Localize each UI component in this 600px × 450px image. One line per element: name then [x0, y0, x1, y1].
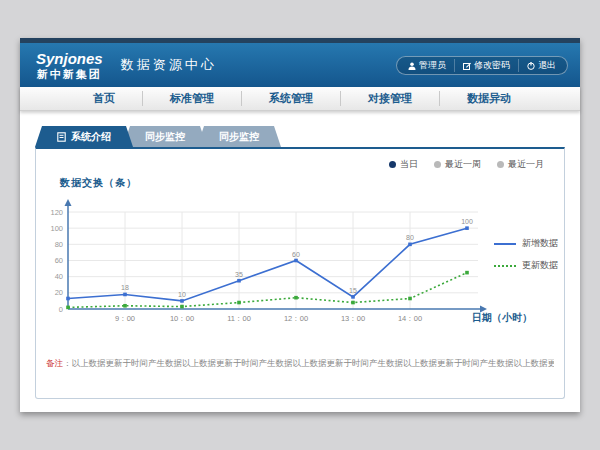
time-range-filter: 当日 最近一周 最近一月	[389, 158, 544, 171]
current-user-button[interactable]: 管理员	[400, 59, 454, 72]
filter-label: 最近一周	[445, 158, 481, 171]
footnote-label: 备注	[46, 358, 63, 368]
chart-x-axis-title: 日期（小时）	[472, 311, 532, 325]
logout-button[interactable]: 退出	[518, 59, 564, 72]
tab-label: 同步监控	[145, 130, 185, 144]
logout-icon	[527, 62, 535, 70]
dotted-line-icon	[494, 265, 516, 267]
solid-line-icon	[494, 243, 516, 245]
tab-label: 同步监控	[219, 130, 259, 144]
footnote: 备注：以上数据更新于时间产生数据以上数据更新于时间产生数据以上数据更新于时间产生…	[46, 358, 554, 370]
svg-text:11：00: 11：00	[227, 314, 251, 323]
user-menu-label: 管理员	[419, 59, 446, 72]
svg-text:100: 100	[461, 218, 473, 225]
tab-sync-monitor-2[interactable]: 同步监控	[197, 126, 281, 147]
chart-y-axis-title: 数据交换（条）	[60, 176, 137, 190]
filter-today[interactable]: 当日	[389, 158, 418, 171]
svg-text:80: 80	[55, 240, 63, 249]
logo-brand-text: Synjones	[36, 51, 103, 66]
svg-text:10: 10	[178, 291, 186, 298]
svg-text:100: 100	[50, 224, 63, 233]
legend-item-new-data[interactable]: 新增数据	[494, 237, 558, 250]
company-logo: Synjones 新中新集团	[36, 51, 103, 80]
svg-text:12：00: 12：00	[284, 314, 308, 323]
user-menu: 管理员 修改密码 退出	[396, 56, 568, 75]
radio-icon	[434, 161, 441, 168]
footnote-text: ：以上数据更新于时间产生数据以上数据更新于时间产生数据以上数据更新于时间产生数据…	[63, 358, 554, 368]
user-menu-label: 修改密码	[474, 59, 510, 72]
document-icon	[57, 132, 66, 142]
svg-text:9：00: 9：00	[115, 314, 135, 323]
radio-selected-icon	[389, 161, 396, 168]
svg-text:60: 60	[55, 256, 63, 265]
svg-text:20: 20	[55, 288, 63, 297]
data-exchange-line-chart: 0204060801001209：0010：0011：0012：0013：001…	[50, 197, 490, 329]
legend-label: 新增数据	[522, 237, 558, 250]
svg-text:13：00: 13：00	[341, 314, 365, 323]
svg-text:0: 0	[59, 305, 63, 314]
svg-text:14：00: 14：00	[398, 314, 422, 323]
svg-text:18: 18	[121, 284, 129, 291]
nav-item-home[interactable]: 首页	[66, 91, 142, 106]
svg-text:35: 35	[235, 271, 243, 278]
main-navigation: 首页 标准管理 系统管理 对接管理 数据异动	[20, 87, 580, 111]
legend-item-updated-data[interactable]: 更新数据	[494, 259, 558, 272]
chart-legend: 新增数据 更新数据	[494, 237, 558, 272]
legend-label: 更新数据	[522, 259, 558, 272]
tab-label: 系统介绍	[71, 130, 111, 144]
user-icon	[408, 62, 416, 70]
svg-text:80: 80	[406, 234, 414, 241]
logo-company-text: 新中新集团	[36, 69, 103, 80]
filter-last-month[interactable]: 最近一月	[497, 158, 544, 171]
change-password-button[interactable]: 修改密码	[454, 59, 518, 72]
svg-text:10：00: 10：00	[170, 314, 194, 323]
svg-text:15: 15	[349, 287, 357, 294]
nav-item-standards[interactable]: 标准管理	[142, 91, 241, 106]
filter-last-week[interactable]: 最近一周	[434, 158, 481, 171]
tab-bar: 系统介绍 同步监控 同步监控	[35, 126, 580, 147]
edit-icon	[463, 62, 471, 70]
chart-panel: 当日 最近一周 最近一月 数据交换（条） 0204060801001209：00…	[35, 147, 565, 399]
user-menu-label: 退出	[538, 59, 556, 72]
chart-area: 0204060801001209：0010：0011：0012：0013：001…	[50, 197, 490, 333]
tab-system-intro[interactable]: 系统介绍	[35, 126, 133, 147]
svg-text:40: 40	[55, 272, 63, 281]
nav-item-datachange[interactable]: 数据异动	[439, 91, 538, 106]
nav-item-system[interactable]: 系统管理	[241, 91, 340, 106]
filter-label: 最近一月	[508, 158, 544, 171]
svg-text:120: 120	[50, 208, 63, 217]
page-title: 数据资源中心	[121, 56, 217, 74]
app-window: Synjones 新中新集团 数据资源中心 管理员 修改密码 退出	[20, 38, 580, 412]
nav-item-interface[interactable]: 对接管理	[340, 91, 439, 106]
filter-label: 当日	[400, 158, 418, 171]
radio-icon	[497, 161, 504, 168]
svg-text:60: 60	[292, 251, 300, 258]
app-header: Synjones 新中新集团 数据资源中心 管理员 修改密码 退出	[20, 43, 580, 87]
tab-sync-monitor-1[interactable]: 同步监控	[123, 126, 207, 147]
